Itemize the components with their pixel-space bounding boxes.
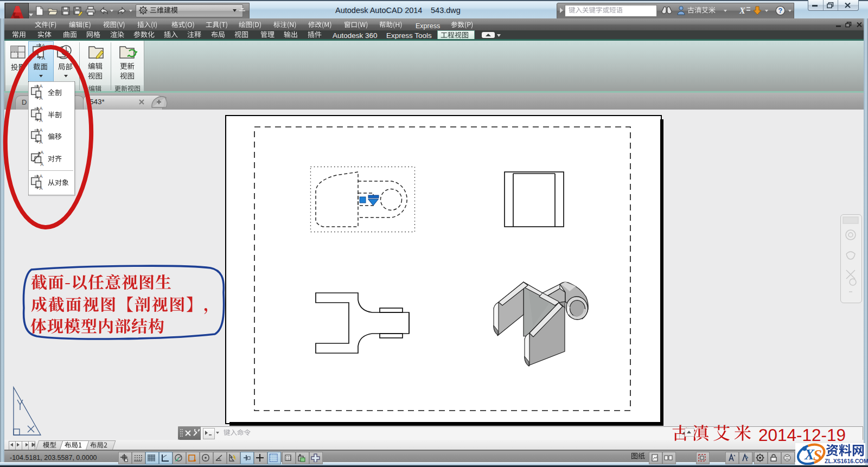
svg-text:S: S [813,446,822,464]
svg-text:X: X [739,6,745,15]
svg-text:?: ? [778,7,783,15]
